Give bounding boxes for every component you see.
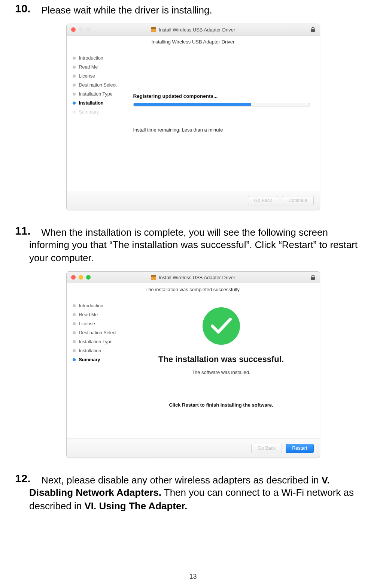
step-10: 10. Please wait while the driver is inst… <box>15 2 371 17</box>
window-subheader: The installation was completed successfu… <box>67 283 320 296</box>
sidebar-item-readme: Read Me <box>73 63 131 72</box>
titlebar: Install Wireless USB Adapter Driver <box>67 24 320 36</box>
installer-footer: Go Back Continue <box>67 191 320 210</box>
window-subheader: Installing Wireless USB Adapter Driver <box>67 36 320 48</box>
step-12: 12. Next, please disable any other wirel… <box>15 472 371 512</box>
step-text-continued: informing you that “The installation was… <box>15 238 371 265</box>
progress-bar <box>133 103 310 106</box>
installer-sidebar: Introduction Read Me License Destination… <box>67 48 131 191</box>
sidebar-item-destination: Destination Select <box>73 328 131 337</box>
sidebar-item-summary: Summary <box>73 108 131 117</box>
success-title: The installation was successful. <box>158 355 284 364</box>
restart-button[interactable]: Restart <box>286 444 313 453</box>
continue-button[interactable]: Continue <box>282 196 313 205</box>
step-text-continued: Disabling Network Adapters. Then you can… <box>15 486 371 512</box>
sidebar-item-destination: Destination Select <box>73 81 131 90</box>
lock-icon <box>311 275 315 280</box>
sidebar-item-install-type: Installation Type <box>73 90 131 99</box>
step-11: 11. When the installation is complete, y… <box>15 224 371 265</box>
time-remaining-text: Install time remaining: Less than a minu… <box>133 127 309 133</box>
sidebar-item-install-type: Installation Type <box>73 337 131 346</box>
step-text: Next, please disable any other wireless … <box>41 472 371 487</box>
success-footer-text: Click Restart to finish installing the s… <box>169 402 273 408</box>
success-subtitle: The software was installed. <box>192 370 250 375</box>
step-number: 12. <box>15 472 41 485</box>
step-text: When the installation is complete, you w… <box>41 224 371 239</box>
page-number: 13 <box>0 573 386 581</box>
installer-window-installing: Install Wireless USB Adapter Driver Inst… <box>66 24 320 210</box>
go-back-button[interactable]: Go Back <box>251 444 282 453</box>
step-number: 10. <box>15 2 41 15</box>
maximize-icon[interactable] <box>86 27 91 32</box>
minimize-icon[interactable] <box>79 27 83 32</box>
sidebar-item-summary: Summary <box>73 355 131 364</box>
figure-installing: Install Wireless USB Adapter Driver Inst… <box>15 24 371 210</box>
sidebar-item-introduction: Introduction <box>73 54 131 63</box>
step-text: Please wait while the driver is installi… <box>41 2 371 17</box>
installer-sidebar: Introduction Read Me License Destination… <box>67 296 131 438</box>
package-icon <box>151 27 156 32</box>
sidebar-item-readme: Read Me <box>73 310 131 319</box>
sidebar-item-installation: Installation <box>73 346 131 355</box>
sidebar-item-license: License <box>73 319 131 328</box>
checkmark-icon <box>203 307 240 345</box>
go-back-button[interactable]: Go Back <box>248 196 279 205</box>
sidebar-item-license: License <box>73 72 131 81</box>
close-icon[interactable] <box>71 27 76 32</box>
window-title: Install Wireless USB Adapter Driver <box>159 27 235 33</box>
sidebar-item-installation: Installation <box>73 99 131 108</box>
installer-window-success: Install Wireless USB Adapter Driver The … <box>66 271 320 458</box>
package-icon <box>151 275 156 280</box>
sidebar-item-introduction: Introduction <box>73 301 131 310</box>
figure-success: Install Wireless USB Adapter Driver The … <box>15 271 371 458</box>
titlebar: Install Wireless USB Adapter Driver <box>67 272 320 283</box>
progress-status-text: Registering updated components... <box>133 93 309 99</box>
minimize-icon[interactable] <box>79 275 83 280</box>
step-number: 11. <box>15 224 41 237</box>
maximize-icon[interactable] <box>86 275 91 280</box>
close-icon[interactable] <box>71 275 76 280</box>
installer-footer: Go Back Restart <box>67 438 320 458</box>
window-title: Install Wireless USB Adapter Driver <box>159 275 235 280</box>
lock-icon <box>311 27 315 32</box>
